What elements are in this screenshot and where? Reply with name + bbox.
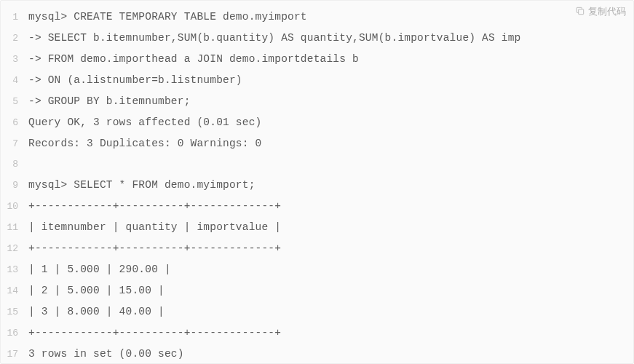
line-number: 6 bbox=[1, 113, 28, 133]
code-block: 复制代码 1 mysql> CREATE TEMPORARY TABLE dem… bbox=[0, 0, 634, 364]
code-line: 7 Records: 3 Duplicates: 0 Warnings: 0 bbox=[1, 133, 633, 154]
line-text: -> ON (a.listnumber=b.listnumber) bbox=[28, 70, 242, 90]
code-line: 14 | 2 | 5.000 | 15.00 | bbox=[1, 280, 633, 301]
copy-code-label: 复制代码 bbox=[588, 5, 626, 18]
line-text: 3 rows in set (0.00 sec) bbox=[28, 344, 184, 364]
code-line: 10 +------------+----------+------------… bbox=[1, 196, 633, 217]
line-text: | itemnumber | quantity | importvalue | bbox=[28, 217, 281, 237]
line-number: 1 bbox=[1, 7, 28, 28]
line-number: 11 bbox=[1, 218, 28, 238]
line-text: +------------+----------+-------------+ bbox=[28, 323, 281, 343]
code-line: 11 | itemnumber | quantity | importvalue… bbox=[1, 217, 633, 238]
code-line: 8 bbox=[1, 154, 633, 175]
line-text: | 1 | 5.000 | 290.00 | bbox=[28, 259, 171, 280]
line-text: | 2 | 5.000 | 15.00 | bbox=[28, 280, 165, 301]
line-number: 3 bbox=[1, 50, 28, 70]
line-text: +------------+----------+-------------+ bbox=[28, 238, 281, 258]
line-number: 7 bbox=[1, 134, 28, 154]
line-number: 10 bbox=[1, 197, 28, 217]
line-text: Records: 3 Duplicates: 0 Warnings: 0 bbox=[28, 133, 261, 154]
line-text: +------------+----------+-------------+ bbox=[28, 196, 281, 216]
line-number: 2 bbox=[1, 28, 28, 49]
line-number: 17 bbox=[1, 344, 28, 364]
line-text: -> GROUP BY b.itemnumber; bbox=[28, 91, 191, 111]
line-number: 5 bbox=[1, 92, 28, 112]
line-number: 14 bbox=[1, 281, 28, 301]
code-line: 9 mysql> SELECT * FROM demo.myimport; bbox=[1, 175, 633, 196]
code-line: 3 -> FROM demo.importhead a JOIN demo.im… bbox=[1, 49, 633, 70]
code-line: 15 | 3 | 8.000 | 40.00 | bbox=[1, 301, 633, 323]
line-text: mysql> SELECT * FROM demo.myimport; bbox=[28, 175, 255, 195]
line-number: 8 bbox=[1, 154, 28, 175]
line-number: 15 bbox=[1, 302, 28, 323]
code-line: 16 +------------+----------+------------… bbox=[1, 323, 633, 344]
code-line: 2 -> SELECT b.itemnumber,SUM(b.quantity)… bbox=[1, 28, 633, 49]
copy-icon bbox=[575, 6, 585, 18]
line-number: 4 bbox=[1, 71, 28, 91]
code-line: 12 +------------+----------+------------… bbox=[1, 238, 633, 259]
line-text: | 3 | 8.000 | 40.00 | bbox=[28, 301, 165, 322]
line-number: 13 bbox=[1, 260, 28, 280]
code-line: 13 | 1 | 5.000 | 290.00 | bbox=[1, 259, 633, 280]
code-line: 6 Query OK, 3 rows affected (0.01 sec) bbox=[1, 112, 633, 133]
code-lines: 1 mysql> CREATE TEMPORARY TABLE demo.myi… bbox=[1, 7, 633, 364]
line-number: 9 bbox=[1, 175, 28, 196]
line-number: 16 bbox=[1, 323, 28, 344]
copy-code-button[interactable]: 复制代码 bbox=[575, 5, 626, 18]
code-line: 1 mysql> CREATE TEMPORARY TABLE demo.myi… bbox=[1, 7, 633, 28]
line-text: Query OK, 3 rows affected (0.01 sec) bbox=[28, 112, 261, 132]
line-text: mysql> CREATE TEMPORARY TABLE demo.myimp… bbox=[28, 7, 307, 27]
line-text: -> SELECT b.itemnumber,SUM(b.quantity) A… bbox=[28, 28, 521, 48]
code-line: 5 -> GROUP BY b.itemnumber; bbox=[1, 91, 633, 112]
code-line: 17 3 rows in set (0.00 sec) bbox=[1, 344, 633, 364]
code-line: 4 -> ON (a.listnumber=b.listnumber) bbox=[1, 70, 633, 91]
line-number: 12 bbox=[1, 239, 28, 259]
svg-rect-0 bbox=[579, 9, 584, 14]
line-text: -> FROM demo.importhead a JOIN demo.impo… bbox=[28, 49, 359, 69]
